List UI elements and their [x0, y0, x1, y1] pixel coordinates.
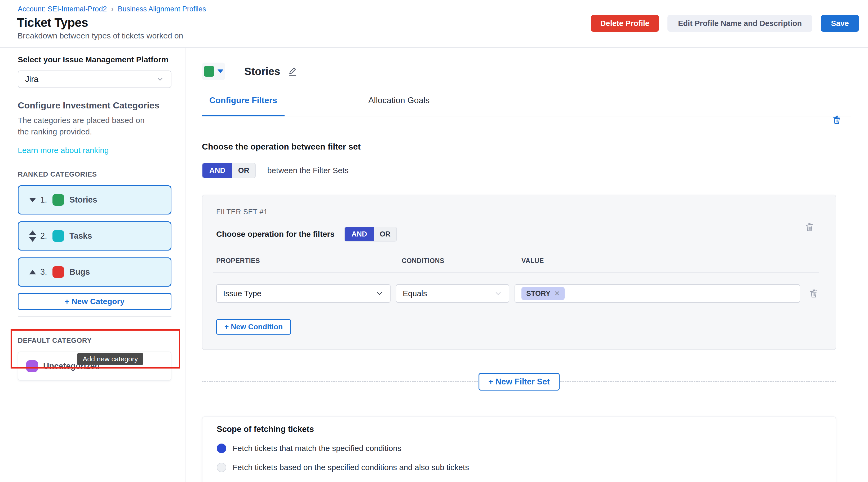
scope-option-label: Fetch tickets that match the specified c… [232, 444, 401, 453]
filters-operation-label: Choose operation for the filters [216, 230, 335, 239]
category-name: Tasks [69, 231, 92, 241]
filter-set-label: FILTER SET #1 [216, 208, 836, 216]
value-multiselect-input[interactable]: STORY ✕ [515, 284, 800, 303]
scope-option-match[interactable]: Fetch tickets that match the specified c… [217, 444, 836, 453]
caret-down-icon [218, 69, 223, 73]
scope-title: Scope of fetching tickets [217, 424, 836, 434]
sort-handle[interactable] [28, 270, 37, 274]
edit-pencil-icon[interactable] [287, 66, 298, 77]
page: Account: SEI-Internal-Prod2 › Business A… [0, 0, 868, 482]
category-color-chip [26, 360, 38, 372]
radio-selected-icon[interactable] [217, 444, 226, 453]
properties-column-header: PROPERTIES [216, 257, 391, 265]
property-select[interactable]: Issue Type [216, 284, 391, 303]
move-down-icon[interactable] [29, 198, 36, 202]
or-toggle-option[interactable]: OR [232, 163, 255, 178]
investment-categories-description: The categories are placed based on the r… [18, 115, 145, 137]
rank-number: 1. [40, 195, 53, 205]
platform-select[interactable]: Jira [18, 70, 172, 88]
selected-color-swatch [204, 66, 214, 77]
delete-profile-button[interactable]: Delete Profile [591, 15, 659, 32]
category-color-chip [53, 194, 64, 206]
ranked-categories-label: RANKED CATEGORIES [18, 170, 185, 178]
new-filter-set-button[interactable]: + New Filter Set [478, 373, 560, 391]
category-color-picker[interactable] [202, 63, 225, 80]
delete-filter-set-trash-icon[interactable] [804, 222, 815, 233]
filter-set-panel: FILTER SET #1 Choose operation for the f… [202, 194, 836, 350]
scope-panel: Scope of fetching tickets Fetch tickets … [202, 417, 836, 482]
sort-handle[interactable] [28, 231, 37, 242]
breadcrumb-separator: › [111, 5, 114, 13]
filter-set-operation-title: Choose the operation between filter set [202, 142, 868, 152]
tab-bar: Configure Filters Allocation Goals [202, 95, 851, 116]
filters-and-or-toggle: AND OR [344, 227, 397, 242]
rank-number: 3. [40, 267, 53, 277]
and-toggle-option[interactable]: AND [345, 227, 374, 241]
learn-more-ranking-link[interactable]: Learn more about ranking [18, 146, 109, 155]
ranked-category-card-bugs[interactable]: 3. Bugs [18, 258, 172, 287]
conditions-column-header: CONDITIONS [396, 257, 509, 265]
and-toggle-option[interactable]: AND [203, 163, 232, 178]
investment-categories-heading: Configure Investment Categories [18, 100, 185, 111]
default-category-label: DEFAULT CATEGORY [18, 336, 185, 345]
tab-configure-filters[interactable]: Configure Filters [202, 95, 285, 116]
breadcrumb: Account: SEI-Internal-Prod2 › Business A… [18, 5, 206, 13]
condition-select-value: Equals [403, 289, 427, 298]
page-subtitle: Breakdown between types of tickets worke… [18, 31, 183, 40]
radio-unselected-icon[interactable] [217, 463, 226, 472]
main-content: Stories Configure Filters Allocation Goa… [185, 48, 868, 482]
sort-handle[interactable] [28, 198, 37, 202]
add-new-category-tooltip: Add new category [78, 353, 143, 365]
toggle-caption: between the Filter Sets [267, 166, 349, 175]
remove-tag-icon[interactable]: ✕ [554, 290, 560, 298]
new-condition-button[interactable]: + New Condition [216, 319, 291, 335]
value-tag-label: STORY [526, 290, 551, 298]
or-toggle-option[interactable]: OR [374, 227, 396, 241]
chevron-down-icon [375, 289, 384, 298]
move-up-icon[interactable] [29, 270, 36, 274]
category-color-chip [53, 230, 64, 242]
scope-option-label: Fetch tickets based on the specified con… [232, 463, 469, 472]
platform-select-value: Jira [25, 74, 38, 84]
category-name: Bugs [69, 267, 90, 277]
rank-number: 2. [40, 231, 53, 241]
save-button[interactable]: Save [821, 15, 859, 32]
value-tag: STORY ✕ [521, 287, 565, 300]
ranked-category-card-stories[interactable]: 1. Stories [18, 185, 172, 214]
page-title: Ticket Types [17, 16, 88, 30]
new-filter-set-divider: + New Filter Set [202, 381, 836, 382]
value-column-header: VALUE [515, 257, 800, 265]
header-divider [213, 272, 819, 273]
breadcrumb-account-link[interactable]: Account: SEI-Internal-Prod2 [18, 5, 107, 13]
sidebar: Select your Issue Management Platform Ji… [0, 48, 185, 482]
sidebar-divider [18, 316, 172, 317]
scope-option-sub-tickets[interactable]: Fetch tickets based on the specified con… [217, 463, 836, 472]
condition-select[interactable]: Equals [396, 284, 509, 303]
platform-label: Select your Issue Management Platform [18, 55, 185, 64]
property-select-value: Issue Type [223, 289, 261, 298]
move-up-icon[interactable] [29, 231, 36, 235]
condition-row: Issue Type Equals STORY [216, 284, 836, 303]
header-actions: Delete Profile Edit Profile Name and Des… [591, 15, 859, 32]
chevron-down-icon [494, 289, 502, 298]
move-down-icon[interactable] [29, 237, 36, 242]
category-name: Stories [69, 195, 97, 205]
ranked-category-card-tasks[interactable]: 2. Tasks [18, 221, 172, 250]
category-color-chip [53, 266, 64, 278]
page-header: Account: SEI-Internal-Prod2 › Business A… [0, 0, 868, 48]
chevron-down-icon [156, 75, 164, 83]
breadcrumb-page-link[interactable]: Business Alignment Profiles [118, 5, 206, 13]
delete-condition-trash-icon[interactable] [808, 288, 819, 299]
condition-column-headers: PROPERTIES CONDITIONS VALUE [216, 257, 836, 265]
category-title: Stories [244, 65, 280, 78]
edit-profile-button[interactable]: Edit Profile Name and Description [668, 15, 812, 32]
tab-allocation-goals[interactable]: Allocation Goals [361, 95, 437, 116]
filter-set-and-or-toggle: AND OR [202, 163, 256, 178]
category-header: Stories [202, 63, 868, 80]
new-category-button[interactable]: + New Category [18, 293, 172, 310]
